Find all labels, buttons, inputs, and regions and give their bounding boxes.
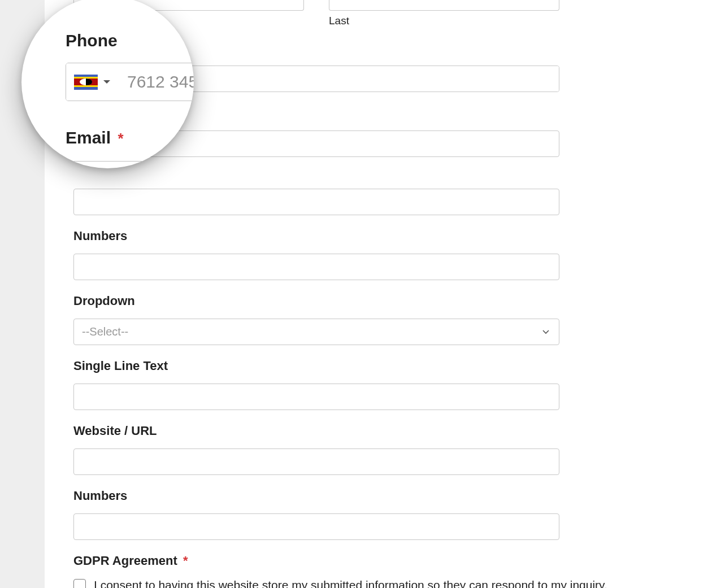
- last-name-column: Last: [329, 0, 559, 27]
- gdpr-label: GDPR Agreement *: [73, 554, 687, 568]
- numbers-input-1[interactable]: [73, 254, 559, 280]
- website-input[interactable]: [73, 448, 559, 475]
- dropdown-field: Dropdown --Select--: [73, 294, 687, 345]
- single-line-text-input[interactable]: [73, 384, 559, 410]
- magnified-email-label-text: Email: [66, 128, 111, 147]
- magnified-phone-placeholder: 7612 345: [118, 63, 194, 101]
- required-asterisk: *: [183, 554, 188, 568]
- dropdown-wrap: --Select--: [73, 319, 559, 345]
- gdpr-label-text: GDPR Agreement: [73, 554, 177, 568]
- single-line-text-label: Single Line Text: [73, 359, 687, 373]
- gdpr-consent-text: I consent to having this website store m…: [94, 578, 607, 589]
- numbers-input-2[interactable]: [73, 513, 559, 540]
- dropdown-label: Dropdown: [73, 294, 687, 308]
- numbers-field-2: Numbers: [73, 489, 687, 540]
- magnified-email-input-edge: [66, 161, 150, 162]
- magnifier-content: Phone 7612 345 Email *: [21, 0, 194, 168]
- magnified-phone-input-wrap: 7612 345: [66, 63, 194, 101]
- gdpr-consent-row: I consent to having this website store m…: [73, 578, 687, 589]
- numbers-label-2: Numbers: [73, 489, 687, 503]
- magnified-chevron-down-icon: [103, 80, 110, 84]
- gdpr-consent-checkbox[interactable]: [73, 579, 86, 589]
- numbers-field-1: Numbers: [73, 229, 687, 280]
- numbers-label-1: Numbers: [73, 229, 687, 243]
- page-background: Last Phone: [0, 0, 721, 588]
- text-field-hidden-label: [73, 189, 687, 215]
- magnified-required-asterisk: *: [118, 130, 123, 147]
- dropdown-select[interactable]: --Select--: [73, 319, 559, 345]
- website-label: Website / URL: [73, 424, 687, 438]
- last-name-sublabel: Last: [329, 15, 559, 27]
- magnifier-lens: Phone 7612 345 Email *: [21, 0, 194, 168]
- gdpr-field: GDPR Agreement * I consent to having thi…: [73, 554, 687, 589]
- website-field: Website / URL: [73, 424, 687, 475]
- last-name-input[interactable]: [329, 0, 559, 11]
- magnified-country-flag-button[interactable]: [66, 63, 118, 101]
- magnified-phone-label: Phone: [66, 31, 194, 50]
- magnified-flag-eswatini-icon: [74, 75, 98, 90]
- text-input-hidden-label[interactable]: [73, 189, 559, 215]
- single-line-text-field: Single Line Text: [73, 359, 687, 410]
